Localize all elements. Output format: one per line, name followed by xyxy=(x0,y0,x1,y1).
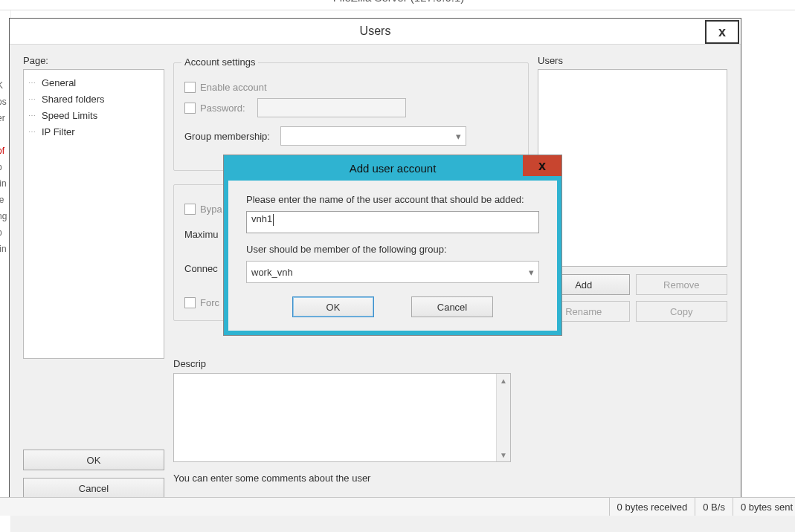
group-membership-combo[interactable]: ▾ xyxy=(280,126,466,146)
password-checkbox[interactable] xyxy=(184,103,196,114)
bypass-label: Bypa xyxy=(200,204,222,215)
tree-branch-icon: ⋯ xyxy=(28,111,42,120)
page-tree-item[interactable]: ⋯Shared folders xyxy=(28,91,159,107)
scroll-down-icon[interactable]: ▼ xyxy=(497,448,510,461)
page-tree-item-label: General xyxy=(42,77,76,88)
page-tree-item[interactable]: ⋯General xyxy=(28,74,159,91)
password-input[interactable] xyxy=(257,98,406,117)
description-label: Descrip xyxy=(173,358,206,369)
add-user-ok-button[interactable]: OK xyxy=(292,296,374,317)
tree-branch-icon: ⋯ xyxy=(28,95,42,103)
group-membership-label: Group membership: xyxy=(184,131,270,142)
users-dialog-close-button[interactable]: x xyxy=(705,20,739,44)
status-bytes-sent: 0 bytes sent xyxy=(733,498,795,516)
add-user-button-row: OK Cancel xyxy=(246,296,539,317)
tree-branch-icon: ⋯ xyxy=(28,79,42,87)
add-user-close-button[interactable]: x xyxy=(523,155,561,176)
add-user-group-combo[interactable]: work_vnh ▾ xyxy=(246,261,539,283)
status-rate: 0 B/s xyxy=(695,498,733,516)
description-hint: You can enter some comments about the us… xyxy=(173,473,370,484)
users-dialog-title: Users xyxy=(360,25,391,38)
add-user-prompt: Please enter the name of the user accoun… xyxy=(246,194,539,205)
main-window-title: FileZilla Server (127.0.0.1) xyxy=(333,0,465,4)
page-panel: Page: ⋯General⋯Shared folders⋯Speed Limi… xyxy=(23,55,164,359)
users-list-label: Users xyxy=(538,55,727,66)
add-user-name-value: vnh1 xyxy=(251,213,272,224)
add-user-group-prompt: User should be member of the following g… xyxy=(246,244,539,255)
users-dialog-ok-button[interactable]: OK xyxy=(23,450,164,470)
force-checkbox[interactable] xyxy=(184,297,196,308)
chevron-down-icon: ▾ xyxy=(529,267,534,278)
page-label: Page: xyxy=(23,55,164,66)
enable-account-checkbox[interactable] xyxy=(184,82,196,93)
page-tree-item-label: IP Filter xyxy=(42,126,75,137)
page-tree-item-label: Speed Limits xyxy=(42,110,97,121)
scroll-up-icon[interactable]: ▲ xyxy=(497,374,510,387)
close-icon: x xyxy=(718,25,726,40)
page-tree-item[interactable]: ⋯Speed Limits xyxy=(28,107,159,123)
users-list-panel: Users Add Remove Rename Copy xyxy=(538,55,727,322)
copy-user-button[interactable]: Copy xyxy=(636,301,728,322)
add-user-dialog: Add user account x Please enter the name… xyxy=(224,155,561,335)
status-bytes-received: 0 bytes received xyxy=(609,498,695,516)
users-button-grid: Add Remove Rename Copy xyxy=(538,274,727,322)
bypass-checkbox[interactable] xyxy=(184,204,196,215)
enable-account-label: Enable account xyxy=(200,82,267,93)
add-user-body: Please enter the name of the user accoun… xyxy=(228,181,557,331)
add-user-group-value: work_vnh xyxy=(251,267,293,278)
main-window-titlebar: FileZilla Server (127.0.0.1) xyxy=(0,0,795,10)
main-window: FileZilla Server (127.0.0.1) Koser ofpti… xyxy=(0,0,795,532)
users-list[interactable] xyxy=(538,69,727,267)
users-dialog-cancel-button[interactable]: Cancel xyxy=(23,478,164,499)
statusbar: 0 bytes received 0 B/s 0 bytes sent xyxy=(0,497,795,516)
add-user-titlebar: Add user account x xyxy=(224,155,561,181)
close-icon: x xyxy=(538,158,546,174)
text-caret xyxy=(273,214,274,226)
page-tree[interactable]: ⋯General⋯Shared folders⋯Speed Limits⋯IP … xyxy=(23,69,164,359)
add-user-cancel-button[interactable]: Cancel xyxy=(411,296,493,317)
page-tree-item-label: Shared folders xyxy=(42,94,105,105)
description-scrollbar[interactable]: ▲ ▼ xyxy=(496,374,510,461)
description-textarea[interactable]: ▲ ▼ xyxy=(173,373,511,462)
page-tree-item[interactable]: ⋯IP Filter xyxy=(28,123,159,140)
force-label: Forc xyxy=(200,297,219,308)
password-label: Password: xyxy=(200,103,245,114)
add-user-title: Add user account xyxy=(350,162,437,175)
add-user-name-input[interactable]: vnh1 xyxy=(246,211,539,233)
main-window-content: Koser ofptinlengptin Users x Page: ⋯Gene… xyxy=(0,10,795,516)
users-dialog-titlebar: Users x xyxy=(10,19,741,45)
account-settings-legend: Account settings xyxy=(181,56,258,68)
tree-branch-icon: ⋯ xyxy=(28,128,42,136)
chevron-down-icon: ▾ xyxy=(456,131,461,142)
connection-label: Connec xyxy=(184,263,218,274)
maximum-label: Maximu xyxy=(184,229,219,240)
remove-user-button[interactable]: Remove xyxy=(636,274,728,295)
